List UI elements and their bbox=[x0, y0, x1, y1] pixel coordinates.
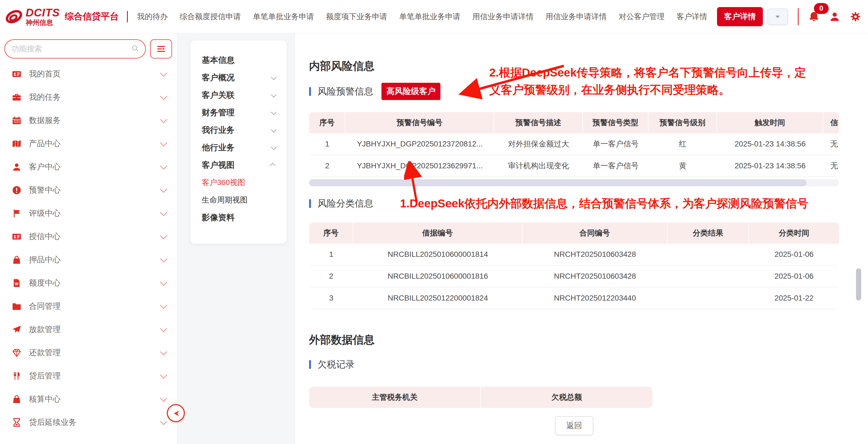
table-cell: 2025-01-06 bbox=[749, 266, 839, 287]
sidebar-item-label: 贷后延续业务 bbox=[29, 417, 76, 428]
header-cell: 预警信号类型 bbox=[583, 112, 649, 134]
table-cell bbox=[668, 244, 749, 265]
table-cell: 3 bbox=[309, 288, 353, 309]
table-cell: 2025-01-22 bbox=[749, 288, 839, 309]
submenu-item-label: 财务管理 bbox=[202, 107, 235, 118]
sidebar-item[interactable]: 我的任务 bbox=[0, 86, 177, 109]
submenu-column: 基本信息 客户概况 客户关联 财务管理 我行业务 他行业务 客户视图 客户360… bbox=[177, 33, 295, 444]
submenu-item[interactable]: 财务管理 bbox=[202, 104, 275, 121]
main-sidebar: 我的首页 我的任务 数据服务 产品中心 客户中心 预警中心 bbox=[0, 33, 177, 444]
sidebar-item[interactable]: 评级中心 bbox=[0, 202, 177, 225]
submenu-item-label: 他行业务 bbox=[202, 142, 235, 153]
calendar-icon bbox=[12, 116, 21, 125]
warning-section-label: 风险预警信息 bbox=[317, 85, 373, 98]
notifications-bell-icon[interactable]: 0 bbox=[808, 11, 819, 22]
submenu-item[interactable]: 客户360视图 bbox=[202, 174, 275, 191]
dcits-swirl-logo-icon bbox=[5, 8, 23, 26]
table-cell: 2 bbox=[309, 155, 345, 177]
sidebar-item-label: 我的任务 bbox=[29, 92, 61, 103]
sidebar-item-label: 产品中心 bbox=[29, 138, 61, 149]
sidebar-item-label: 放款管理 bbox=[29, 324, 61, 335]
classify-section-label: 风险分类信息 bbox=[317, 197, 373, 210]
panel-collapse-button[interactable] bbox=[167, 404, 185, 422]
user-icon[interactable] bbox=[829, 11, 840, 22]
submenu-item-label: 生命周期视图 bbox=[202, 195, 248, 205]
bag-icon bbox=[12, 255, 21, 265]
search-input[interactable] bbox=[11, 44, 131, 54]
annotation-arrow-to-row bbox=[404, 161, 423, 205]
section-bar bbox=[309, 199, 311, 208]
header-cell: 预警信号描述 bbox=[494, 112, 583, 134]
sidebar-item[interactable]: 产品中心 bbox=[0, 132, 177, 155]
sidebar-item[interactable]: 预警中心 bbox=[0, 178, 177, 202]
sidebar-item[interactable]: 贷后延续业务 bbox=[0, 411, 177, 434]
submenu-item[interactable]: 他行业务 bbox=[202, 139, 275, 156]
active-tab-button[interactable]: 客户详情 bbox=[717, 7, 763, 26]
menu-collapse-button[interactable] bbox=[150, 39, 172, 58]
sidebar-item-label: 合同管理 bbox=[29, 301, 61, 312]
submenu-item[interactable]: 生命周期视图 bbox=[202, 191, 275, 209]
app-window: DCITS 神州信息 综合信贷平台 我的待办综合额度授信申请单笔单批业务申请额度… bbox=[0, 0, 868, 444]
chevron-down-icon bbox=[160, 93, 167, 100]
submenu-item[interactable]: 基本信息 bbox=[202, 51, 275, 69]
header-cell: 序号 bbox=[309, 112, 345, 134]
sidebar-item-label: 贷后管理 bbox=[29, 371, 61, 381]
horizontal-scrollbar-thumb[interactable] bbox=[309, 179, 807, 186]
platform-title: 综合信贷平台 bbox=[65, 10, 119, 23]
sidebar-item[interactable]: 放款管理 bbox=[0, 318, 177, 341]
nav-tab[interactable]: 用信业务申请详情 bbox=[472, 11, 533, 22]
tab-overflow-dropdown[interactable] bbox=[767, 8, 788, 25]
nav-tab[interactable]: 综合额度授信申请 bbox=[180, 11, 241, 22]
table-cell bbox=[668, 288, 749, 309]
submenu-item[interactable]: 客户概况 bbox=[202, 69, 275, 86]
brand-subname: 神州信息 bbox=[26, 19, 60, 26]
hourglass-icon bbox=[12, 418, 21, 427]
sidebar-item[interactable]: 押品中心 bbox=[0, 248, 177, 271]
nav-tab[interactable]: 用信业务申请详情 bbox=[546, 11, 607, 22]
header-controls: 0 bbox=[767, 8, 868, 25]
svg-text:W: W bbox=[15, 282, 19, 286]
sidebar-item[interactable]: 数据服务 bbox=[0, 109, 177, 132]
controls-divider bbox=[798, 8, 799, 25]
submenu-item[interactable]: 我行业务 bbox=[202, 121, 275, 139]
page-vertical-scrollbar-thumb[interactable] bbox=[856, 268, 861, 301]
nav-tab[interactable]: 客户详情 bbox=[677, 11, 707, 22]
submenu-item[interactable]: 客户关联 bbox=[202, 86, 275, 104]
submenu-item[interactable]: 客户视图 bbox=[202, 156, 275, 174]
chevron-up-icon bbox=[270, 163, 276, 169]
sidebar-item[interactable]: 客户中心 bbox=[0, 155, 177, 178]
table-cell: 单一客户信号 bbox=[583, 155, 649, 177]
table-row: 2NRCBILL2025010600001816NRCHT20250106034… bbox=[309, 266, 839, 288]
section-bar bbox=[309, 87, 311, 96]
submenu-item-label: 客户关联 bbox=[202, 90, 235, 101]
chevron-down-icon bbox=[160, 348, 167, 355]
sidebar-item[interactable]: 核算中心 bbox=[0, 387, 177, 411]
bag-icon bbox=[12, 394, 21, 404]
briefcase-icon bbox=[12, 93, 21, 102]
sidebar-item[interactable]: 贷后管理 bbox=[0, 364, 177, 387]
header-cell: 分类时间 bbox=[749, 223, 839, 244]
chevron-down-icon bbox=[160, 302, 167, 309]
header-divider bbox=[127, 11, 128, 22]
nav-tab[interactable]: 单笔单批业务申请 bbox=[399, 11, 460, 22]
header-cell: 序号 bbox=[309, 223, 353, 244]
table-cell: NRCBILL2025010600001814 bbox=[353, 244, 522, 265]
nav-tab[interactable]: 对公客户管理 bbox=[619, 11, 664, 22]
submenu-item[interactable]: 影像资料 bbox=[202, 209, 275, 226]
sidebar-item[interactable]: 还款管理 bbox=[0, 341, 177, 364]
gear-icon[interactable] bbox=[850, 11, 861, 22]
sidebar-item[interactable]: W 额度中心 bbox=[0, 271, 177, 295]
nav-tab[interactable]: 额度项下业务申请 bbox=[326, 11, 387, 22]
gem-icon bbox=[12, 348, 21, 357]
sidebar-item[interactable]: 我的首页 bbox=[0, 62, 177, 86]
sidebar-item[interactable]: 授信中心 bbox=[0, 225, 177, 248]
search-icon bbox=[131, 44, 139, 54]
sidebar-item[interactable]: 合同管理 bbox=[0, 295, 177, 318]
nav-tab[interactable]: 单笔单批业务申请 bbox=[253, 11, 314, 22]
table-cell: 对外担保金额过大 bbox=[494, 134, 583, 155]
nav-tab[interactable]: 我的待办 bbox=[137, 11, 168, 22]
back-button[interactable]: 返回 bbox=[555, 416, 593, 435]
tax-section-label: 欠税记录 bbox=[317, 358, 355, 371]
table-cell: NRCHT2025010603428 bbox=[522, 266, 668, 287]
table-row: 3NRCBILL2025012200001824NRCHT20250122034… bbox=[309, 288, 839, 309]
